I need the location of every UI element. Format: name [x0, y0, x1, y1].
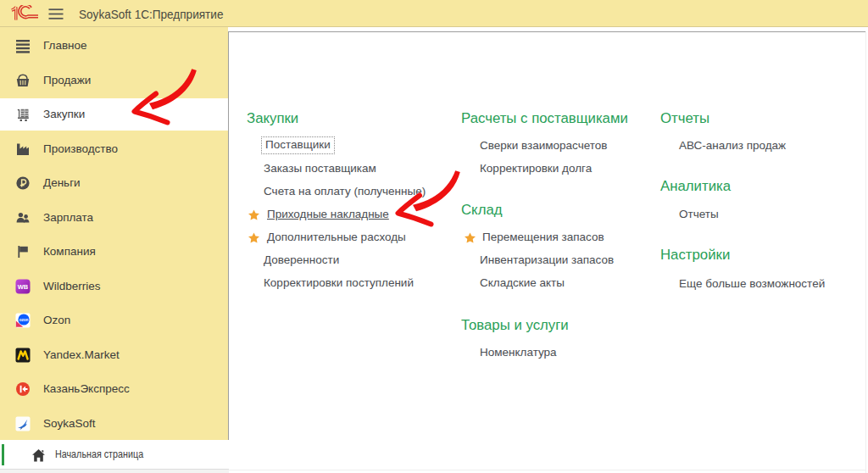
svg-text:WB: WB — [18, 283, 29, 291]
svg-text:ozon: ozon — [19, 318, 29, 322]
